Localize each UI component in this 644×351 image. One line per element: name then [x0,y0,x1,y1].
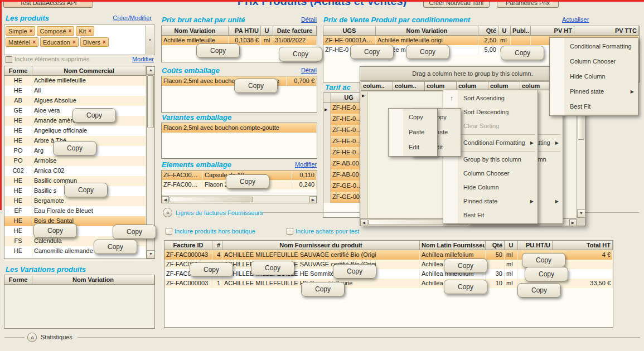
scroll-left-icon[interactable]: ◀ [360,219,367,226]
product-row[interactable]: HE Achillée millefeuille [4,76,146,86]
tag-close-icon[interactable]: × [30,28,33,34]
product-row[interactable]: HE Ail [4,86,146,96]
packaging-element-row[interactable]: ZF-FAC000044 Flacon 2 0,240 [162,180,317,189]
product-row[interactable]: HE Amande amère [4,116,146,126]
menu-item[interactable]: Edit ▶ [390,140,436,155]
invoice-section-collapse-button[interactable]: « [163,208,172,217]
tag-close-icon[interactable]: × [88,28,91,34]
column-header-nom-variation[interactable]: Nom Variation [162,26,229,35]
product-row[interactable]: HE Bois de Santal [4,216,146,226]
filter-tag[interactable]: Education × [40,37,79,47]
invoice-row[interactable]: ZF-FAC000043 4 ACHILLEE MILLEFEUILLE SAU… [164,250,613,260]
column-header-nom-variation[interactable]: Nom Variation [32,275,154,284]
filter-tag[interactable]: Divers × [80,37,109,47]
column-header-num[interactable]: # [212,241,222,250]
tag-close-icon[interactable]: × [32,39,36,45]
packaging-elements-modify-link[interactable]: Modifier [291,161,317,168]
product-row[interactable]: HE Basilic s [4,186,146,196]
product-row[interactable]: FS Calendula [4,236,146,246]
grid-column-header-chip[interactable]: colum.. [361,81,393,91]
column-header-nom-commercial[interactable]: Nom Commercial [32,66,146,75]
product-row[interactable]: HE Bergamote [4,196,146,206]
invoice-row[interactable]: ZF-FAC000003 1 ACHILLEE MILLEFEUILLE HE … [164,279,613,288]
column-header-qte[interactable]: Qté [486,241,505,250]
actualiser-link[interactable]: Actualiser [562,16,589,23]
column-header-ugs[interactable]: UGS [323,26,376,35]
packaging-variant-row[interactable]: Flacon 2,5ml avec bouchon compte-goutte [162,123,317,133]
scroll-down-icon[interactable]: ▼ [147,250,155,259]
menu-item[interactable]: Column Chooser ▶ [551,54,637,69]
filter-dropdown-button[interactable]: ▼ [146,26,154,54]
menu-item[interactable]: Pinned state ▶ [444,194,536,208]
include-deleted-label[interactable]: Inclure éléments supprimés [14,56,90,62]
tag-close-icon[interactable]: × [103,39,106,45]
column-header-pv-ht[interactable]: PV HT [531,26,574,35]
product-row[interactable]: PO Arg [4,146,146,156]
product-row[interactable]: HE sier [4,226,146,236]
product-row[interactable]: HE Arbre à Thé [4,136,146,146]
product-row[interactable]: AB Algues Absolue [4,96,146,106]
purchase-row[interactable]: Achillée millefeuille 0,1038 € ml 31/08/… [162,36,317,45]
column-header-u[interactable]: U [261,26,273,35]
include-achats-test-label[interactable]: Inclure achats pour test [296,228,359,235]
include-deleted-checkbox[interactable] [6,56,12,63]
tag-close-icon[interactable]: × [72,39,76,45]
filter-tag[interactable]: Simple × [6,26,35,36]
menu-item[interactable]: Hide Column ▶ [444,181,536,194]
menu-item[interactable]: Conditional Formatting ▶ [551,39,637,54]
invoice-row[interactable]: ZF-FAC000013 1 ACHILLEE MILLEFEUILLE HE … [164,269,613,279]
column-header-total-ht[interactable]: Total HT [553,241,613,250]
menu-item[interactable]: Pinned state ▶ [551,84,637,99]
filter-tag[interactable]: Kit × [76,26,94,36]
column-header-pv-ttc[interactable]: PV TTC [574,26,639,35]
menu-item[interactable]: Best Fit ▶ [551,99,637,114]
menu-item[interactable]: Hide Column ▶ [551,69,637,84]
filter-tag[interactable]: Matériel × [6,37,38,47]
column-header-nom-variation[interactable]: Nom Variation [376,26,478,35]
include-hors-boutique-label[interactable]: Inclure produits hors boutique [175,228,255,235]
packaging-costs-detail-link[interactable]: Détail [299,67,317,74]
menu-item[interactable]: Copy ▶ [390,110,436,125]
tag-close-icon[interactable]: × [69,28,72,34]
column-header-nom-fournisseur[interactable]: Nom Fournisseur du produit [222,241,420,250]
column-header-nom-latin[interactable]: Nom Latin Fournisseur [420,241,486,250]
product-row[interactable]: HE Angelique officinale [4,126,146,136]
column-header-u[interactable]: U [498,26,511,35]
create-modify-link[interactable]: Créer/Modifier [109,14,152,21]
packaging-element-row[interactable]: ZF-FAC000021 Capsule de 10 0,110 [162,170,317,180]
include-hors-boutique-checkbox[interactable] [166,228,172,235]
column-header-qte[interactable]: Qté [478,26,498,35]
column-header-date-facture[interactable]: Date facture [273,26,317,35]
column-header-publ[interactable]: Publ.. [511,26,531,35]
scroll-right-icon[interactable]: ▶ [569,219,577,226]
product-row[interactable]: PO Armoise [4,156,146,166]
column-header-u[interactable]: U [505,241,518,250]
column-header-forme[interactable]: Forme [4,275,32,284]
product-row[interactable]: HE Camomille allemande [4,246,146,256]
product-row[interactable]: GE Aloe vera [4,106,146,116]
packaging-cost-row[interactable]: Flacon 2,5ml avec bouchon compte-goutte … [162,76,317,86]
column-header-pu-htu[interactable]: PU HT/U [518,241,553,250]
product-row[interactable]: HE Basilic commun [4,176,146,186]
menu-item[interactable]: Paste ▶ [390,125,436,140]
scroll-down-icon[interactable]: ▼ [577,209,585,218]
scroll-right-icon[interactable]: ▶ [309,196,317,203]
scrollbar-thumb[interactable] [147,75,154,128]
menu-item[interactable]: Best Fit ▶ [444,208,536,222]
column-header-forme[interactable]: Forme [4,66,32,75]
product-row[interactable]: C02 Arnica C02 [4,166,146,176]
invoice-row[interactable]: ZF-FAC000 ACHILLEE MILLEFEUILLE SAUVAGE … [164,260,613,269]
scroll-left-icon[interactable]: ◀ [162,196,169,203]
column-header-pa-htu[interactable]: PA HT/U [229,26,261,35]
grid-column-header-chip[interactable]: colum.. [393,81,424,91]
scrollbar-thumb[interactable] [170,197,253,202]
statistics-collapse-button[interactable]: « [27,333,37,342]
column-header-facture-id[interactable]: Facture ID [164,241,212,250]
products-modify-link[interactable]: Modifier [128,56,154,62]
scroll-up-icon[interactable]: ▲ [147,66,155,75]
purchase-detail-link[interactable]: Détail [299,16,317,23]
include-achats-test-checkbox[interactable] [287,228,293,235]
menu-item[interactable]: Column Chooser ▶ [444,167,536,181]
filter-tag[interactable]: Composé × [37,26,74,36]
product-row[interactable]: EF Eau Florale de Bleuet [4,206,146,216]
